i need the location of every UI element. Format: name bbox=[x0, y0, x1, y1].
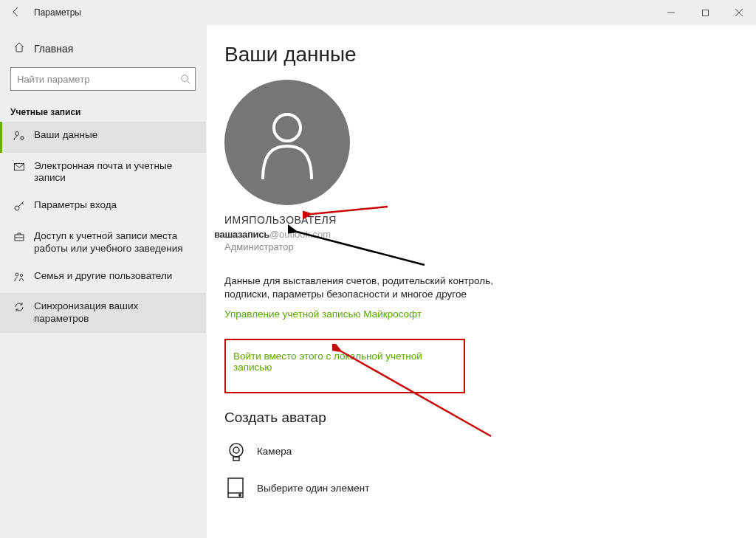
avatar-option-camera[interactable]: Камера bbox=[224, 439, 756, 463]
sidebar-section-title: Учетные записи bbox=[0, 91, 206, 122]
family-icon bbox=[10, 270, 28, 286]
sidebar-item-family-users[interactable]: Семья и другие пользователи bbox=[0, 263, 206, 294]
search-input[interactable]: Найти параметр bbox=[10, 67, 196, 91]
username-label: ИМЯПОЛЬЗОВАТЕЛЯ bbox=[207, 214, 756, 226]
sidebar-item-label: Доступ к учетной записи места работы или… bbox=[34, 230, 196, 255]
svg-point-4 bbox=[16, 132, 19, 136]
home-icon bbox=[10, 41, 28, 55]
titlebar: Параметры bbox=[0, 0, 756, 25]
create-avatar-heading: Создать аватар bbox=[224, 410, 756, 426]
avatar-placeholder bbox=[224, 80, 350, 205]
svg-point-11 bbox=[274, 114, 300, 141]
sidebar-item-label: Ваши данные bbox=[34, 129, 196, 142]
local-account-link[interactable]: Войти вместо этого с локальной учетной з… bbox=[233, 351, 455, 373]
account-email: вашазапись@outlook.com bbox=[207, 229, 756, 240]
maximize-button[interactable] bbox=[688, 0, 722, 25]
minimize-button[interactable] bbox=[654, 0, 688, 25]
briefcase-icon bbox=[10, 230, 28, 246]
svg-point-9 bbox=[16, 273, 18, 276]
window-controls bbox=[654, 0, 756, 25]
window-title: Параметры bbox=[32, 7, 81, 18]
svg-line-3 bbox=[188, 81, 190, 84]
sidebar-item-label: Синхронизация ваших параметров bbox=[34, 300, 196, 325]
mail-icon bbox=[10, 160, 28, 176]
email-local: вашазапись bbox=[214, 229, 269, 240]
svg-rect-1 bbox=[702, 10, 708, 15]
close-button[interactable] bbox=[722, 0, 756, 25]
page-heading: Ваши данные bbox=[224, 43, 756, 66]
avatar-option-label: Камера bbox=[257, 446, 292, 457]
svg-point-2 bbox=[182, 75, 188, 82]
sidebar-item-label: Параметры входа bbox=[34, 199, 196, 212]
back-button[interactable] bbox=[0, 6, 32, 20]
key-icon bbox=[10, 199, 28, 215]
sidebar: Главная Найти параметр Учетные записи Ва… bbox=[0, 25, 207, 538]
email-domain: @outlook.com bbox=[269, 229, 331, 240]
svg-rect-6 bbox=[15, 163, 24, 170]
sidebar-item-label: Семья и другие пользователи bbox=[34, 270, 196, 283]
sidebar-item-email-accounts[interactable]: Электронная почта и учетные записи bbox=[0, 153, 206, 193]
avatar-option-label: Выберите один элемент bbox=[257, 483, 369, 494]
sidebar-item-signin-options[interactable]: Параметры входа bbox=[0, 192, 206, 223]
svg-line-18 bbox=[312, 207, 388, 214]
camera-icon bbox=[224, 439, 248, 463]
settings-window: Параметры Главная bbox=[0, 0, 756, 538]
sidebar-item-work-school[interactable]: Доступ к учетной записи места работы или… bbox=[0, 223, 206, 263]
avatar-option-browse[interactable]: Выберите один элемент bbox=[224, 476, 756, 500]
sidebar-item-your-info[interactable]: Ваши данные bbox=[0, 122, 206, 153]
local-login-highlight: Войти вместо этого с локальной учетной з… bbox=[224, 339, 465, 393]
svg-point-13 bbox=[233, 447, 239, 453]
sidebar-item-label: Электронная почта и учетные записи bbox=[34, 160, 196, 185]
screen-icon bbox=[224, 476, 248, 500]
svg-point-17 bbox=[239, 494, 241, 496]
search-placeholder: Найти параметр bbox=[17, 74, 180, 85]
sidebar-item-sync-settings[interactable]: Синхронизация ваших параметров bbox=[0, 293, 206, 333]
home-label: Главная bbox=[34, 43, 73, 55]
svg-point-10 bbox=[20, 274, 22, 276]
svg-rect-14 bbox=[233, 457, 239, 461]
manage-account-link[interactable]: Управление учетной записью Майкрософт bbox=[224, 308, 422, 320]
account-role: Администратор bbox=[224, 241, 756, 252]
svg-point-12 bbox=[230, 444, 243, 457]
sync-icon bbox=[10, 300, 28, 317]
main-content: Ваши данные ИМЯПОЛЬЗОВАТЕЛЯ вашазапись@o… bbox=[207, 25, 756, 538]
account-blurb: Данные для выставления счетов, родительс… bbox=[224, 275, 505, 301]
home-button[interactable]: Главная bbox=[0, 38, 206, 67]
person-gear-icon bbox=[10, 129, 28, 145]
